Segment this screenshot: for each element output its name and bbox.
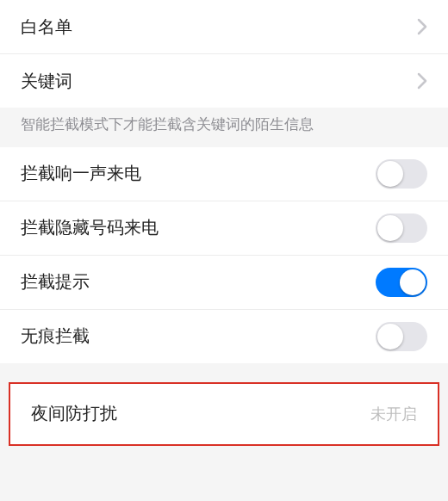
hidden-number-label: 拦截隐藏号码来电: [21, 216, 159, 239]
highlight-box: 夜间防打扰 未开启: [9, 382, 439, 446]
ring-once-toggle[interactable]: [376, 159, 427, 189]
night-dnd-row[interactable]: 夜间防打扰 未开启: [10, 384, 438, 444]
traceless-toggle[interactable]: [376, 322, 427, 351]
night-dnd-label: 夜间防打扰: [31, 402, 117, 425]
chevron-right-icon: [417, 72, 427, 90]
keywords-hint: 智能拦截模式下才能拦截含关键词的陌生信息: [0, 108, 448, 147]
block-notify-toggle[interactable]: [376, 268, 427, 297]
hidden-number-toggle[interactable]: [376, 213, 427, 243]
traceless-row: 无痕拦截: [0, 309, 448, 363]
night-dnd-value: 未开启: [370, 404, 417, 424]
whitelist-row[interactable]: 白名单: [0, 0, 448, 53]
whitelist-label: 白名单: [21, 15, 72, 39]
hidden-number-row: 拦截隐藏号码来电: [0, 201, 448, 255]
traceless-label: 无痕拦截: [21, 325, 90, 348]
toggle-group: 拦截响一声来电 拦截隐藏号码来电 拦截提示 无痕拦截: [0, 147, 448, 363]
ring-once-label: 拦截响一声来电: [21, 162, 141, 185]
keywords-row[interactable]: 关键词: [0, 53, 448, 108]
keywords-label: 关键词: [21, 70, 72, 93]
ring-once-row: 拦截响一声来电: [0, 147, 448, 201]
block-notify-row: 拦截提示: [0, 255, 448, 309]
chevron-right-icon: [417, 18, 427, 35]
block-notify-label: 拦截提示: [21, 270, 90, 294]
nav-group: 白名单 关键词: [0, 0, 448, 108]
